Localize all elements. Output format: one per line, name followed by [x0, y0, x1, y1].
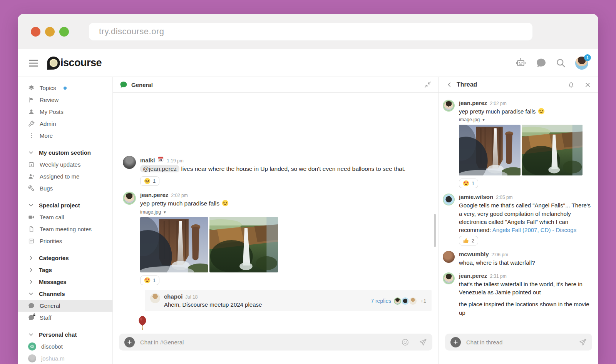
user-mention[interactable]: @jean.perez — [140, 165, 179, 172]
sidebar-item-topics[interactable]: Topics — [18, 82, 112, 94]
sidebar-section-special-project[interactable]: Special project — [18, 199, 112, 211]
message-time: 2:31 pm — [490, 274, 506, 279]
layers-icon — [28, 85, 35, 91]
plus-icon — [453, 339, 459, 345]
chat-message: mcwumbly 2:06 pm whoa, where is that wat… — [439, 248, 598, 267]
avatar-jean-perez[interactable] — [443, 272, 455, 284]
avatar-jean-perez[interactable] — [443, 100, 455, 112]
sidebar-item-bugs[interactable]: Bugs — [18, 182, 112, 194]
thread-summary-card[interactable]: chapoi Jul 18 Ahem, Discourse meetup 202… — [145, 290, 432, 311]
attach-button[interactable] — [450, 337, 461, 347]
chevron-right-icon — [28, 255, 34, 261]
send-icon[interactable] — [419, 338, 427, 346]
sidebar-item-discobot[interactable]: discobot — [18, 341, 112, 352]
discourse-header: iscourse 1 — [18, 49, 598, 77]
thread-message-input[interactable] — [465, 339, 574, 346]
thread-title: Thread — [457, 81, 477, 88]
avatar-jamie-wilson[interactable] — [443, 194, 455, 205]
image-attachment[interactable] — [140, 217, 432, 272]
bell-icon[interactable] — [567, 81, 575, 88]
message-time: 2:05 pm — [496, 195, 512, 200]
chat-message: jean.perez 2:02 pm yep pretty much parad… — [113, 189, 439, 286]
search-icon[interactable] — [556, 58, 566, 68]
sidebar-item-assigned-to-me[interactable]: Assigned to me — [18, 170, 112, 182]
hamburger-menu-icon[interactable] — [28, 57, 39, 69]
attachment-toggle[interactable]: image.jpg ▾ — [140, 209, 432, 215]
angel-falls-image[interactable] — [522, 125, 583, 175]
chat-icon[interactable] — [536, 58, 546, 68]
sidebar-section-categories[interactable]: Categories — [18, 252, 112, 264]
channel-panel: General maiki 21 — [112, 77, 439, 364]
minimize-window-button[interactable] — [45, 27, 55, 37]
channel-title: General — [131, 82, 153, 88]
message-text: the place inspired the locations shown i… — [459, 300, 592, 317]
send-icon[interactable] — [579, 338, 587, 346]
chat-bubble-icon — [28, 302, 35, 309]
robot-icon — [30, 344, 35, 349]
avatar-mcwumbly[interactable] — [443, 251, 455, 263]
reaction-laughing[interactable]: 1 — [140, 176, 159, 186]
collapse-panel-icon[interactable] — [424, 81, 432, 88]
sidebar-section-messages[interactable]: Messages — [18, 276, 112, 288]
flag-icon — [28, 97, 35, 103]
sidebar-item-more[interactable]: More — [18, 130, 112, 142]
sidebar-item-channel-general[interactable]: General — [18, 300, 112, 312]
close-icon[interactable] — [584, 81, 591, 88]
sidebar-item-review[interactable]: Review — [18, 94, 112, 106]
sidebar-item-weekly-updates[interactable]: Weekly updates — [18, 159, 112, 170]
locked-chat-bubble-icon — [28, 314, 35, 321]
user-menu[interactable]: 1 — [575, 57, 588, 70]
chevron-right-icon — [28, 267, 34, 273]
maximize-window-button[interactable] — [59, 27, 69, 37]
sidebar-section-personal-chat[interactable]: Personal chat — [18, 329, 112, 341]
sidebar-item-channel-staff[interactable]: Staff — [18, 312, 112, 324]
message-author[interactable]: maiki — [140, 157, 155, 164]
message-author[interactable]: jamie.wilson — [459, 194, 493, 200]
close-window-button[interactable] — [31, 27, 40, 37]
message-author[interactable]: mcwumbly — [459, 251, 489, 257]
sidebar-section-tags[interactable]: Tags — [18, 264, 112, 276]
scrollbar-thumb[interactable] — [434, 214, 436, 247]
thread-replies-link[interactable]: 7 replies — [371, 298, 391, 304]
message-text: yep pretty much paradise falls — [140, 199, 432, 208]
paradise-falls-image[interactable] — [140, 217, 208, 272]
header-actions: 1 — [515, 57, 588, 70]
reaction-heart-eyes[interactable]: 1 — [459, 179, 478, 188]
sidebar-item-team-meeting-notes[interactable]: Team meeting notes — [18, 223, 112, 235]
back-icon[interactable] — [446, 81, 453, 88]
sidebar-item-admin[interactable]: Admin — [18, 118, 112, 130]
ellipsis-icon — [28, 132, 35, 139]
sidebar-section-channels[interactable]: Channels — [18, 288, 112, 300]
avatar-jean-perez[interactable] — [123, 192, 136, 205]
message-time: 2:02 pm — [171, 193, 187, 198]
thread-header: Thread — [439, 77, 598, 93]
paradise-falls-image[interactable] — [459, 125, 521, 175]
list-icon — [28, 238, 35, 244]
more-participants: +1 — [420, 298, 426, 304]
reaction-heart-eyes[interactable]: 1 — [140, 276, 159, 285]
robot-icon[interactable] — [515, 57, 527, 69]
address-bar[interactable] — [89, 23, 532, 40]
emoji-picker-icon[interactable] — [401, 338, 409, 346]
sidebar-item-joshua[interactable]: joshua.m — [18, 352, 112, 364]
discourse-logo[interactable]: iscourse — [46, 56, 102, 70]
discogs-link[interactable]: Angels Fall (2007, CD) - Discogs — [492, 227, 576, 233]
laughing-emoji — [144, 178, 151, 184]
channel-message-input[interactable] — [139, 339, 397, 346]
sidebar-item-team-call[interactable]: Team call — [18, 211, 112, 223]
chevron-down-icon — [28, 332, 34, 337]
attach-button[interactable] — [124, 337, 135, 347]
message-author[interactable]: jean.perez — [459, 100, 487, 106]
reaction-thumbs-up[interactable]: 2 — [459, 236, 478, 245]
message-author[interactable]: jean.perez — [140, 192, 168, 198]
sidebar-section-my-custom-section[interactable]: My custom section — [18, 147, 112, 159]
avatar-chapoi — [150, 293, 160, 303]
message-author[interactable]: jean.perez — [459, 272, 487, 279]
sidebar-item-priorities[interactable]: Priorities — [18, 235, 112, 247]
image-attachment[interactable] — [459, 125, 592, 175]
calendar-status-emoji: 21 — [157, 156, 164, 162]
attachment-toggle[interactable]: image.jpg ▾ — [459, 117, 592, 122]
angel-falls-image[interactable] — [209, 217, 278, 272]
avatar-maiki[interactable] — [123, 156, 136, 169]
sidebar-item-my-posts[interactable]: My Posts — [18, 106, 112, 118]
